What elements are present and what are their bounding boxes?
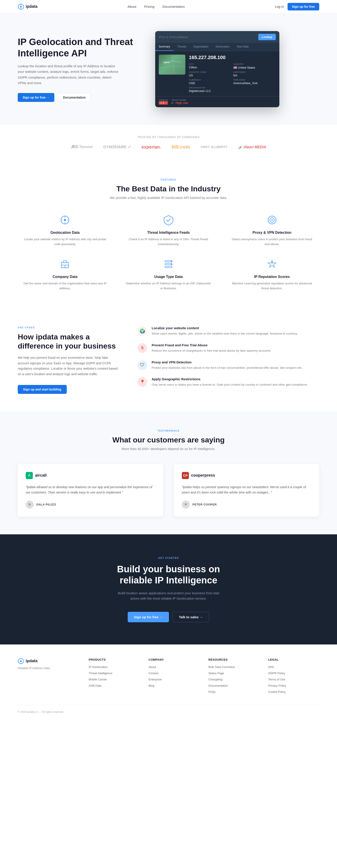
footer-link-asn[interactable]: ASN Data bbox=[89, 684, 102, 687]
cta-section: GET STARTED Build your business on relia… bbox=[0, 534, 337, 645]
api-search-input[interactable] bbox=[159, 35, 256, 39]
proxy-icon: 🛡 bbox=[137, 360, 147, 370]
list-item: Documentation bbox=[208, 684, 260, 687]
features-title: The Best Data in the Industry bbox=[18, 184, 319, 193]
footer-heading-legal: LEGAL bbox=[268, 658, 319, 661]
feature-vpn: Proxy & VPN Detection Detect anonymous u… bbox=[225, 213, 319, 246]
map-background: Clifton bbox=[159, 55, 186, 74]
hero-text: IP Geolocation and Threat Intelligence A… bbox=[18, 36, 142, 102]
footer-link-threat[interactable]: Threat Intelligence bbox=[89, 672, 112, 675]
cooper-logo-name: cooperpress bbox=[191, 473, 215, 478]
timezone-value: America/New_York bbox=[233, 82, 276, 85]
logo-first-liberty: FIRST ⚖ LIBERTY bbox=[201, 145, 228, 149]
footer-logo-icon bbox=[18, 658, 24, 664]
api-map: Clifton bbox=[159, 55, 186, 74]
signup-nav-button[interactable]: Sign up for free bbox=[288, 3, 319, 10]
footer-link-contact[interactable]: Contact bbox=[148, 672, 159, 675]
nav-right: Log in Sign up for free bbox=[275, 3, 319, 10]
footer-link-cookie[interactable]: Cookie Policy bbox=[268, 690, 286, 693]
geolocation-icon bbox=[58, 213, 72, 227]
tab-summary[interactable]: Summary bbox=[155, 43, 174, 51]
localize-desc: Show users events, flights, ads, stores … bbox=[151, 331, 298, 336]
localize-text: Localize your website content Show users… bbox=[151, 326, 298, 336]
footer-link-ip-geo[interactable]: IP Geolocation bbox=[89, 665, 107, 669]
footer-link-terms[interactable]: Terms of Use bbox=[268, 678, 285, 681]
hero-title: IP Geolocation and Threat Intelligence A… bbox=[18, 36, 142, 59]
use-cases-cta-button[interactable]: Sign up and start building bbox=[18, 385, 67, 394]
footer-links-legal: DPA GDPR Policy Terms of Use Privacy Pol… bbox=[268, 665, 319, 694]
aircall-quote: "ipdata allowed us to develop new featur… bbox=[26, 485, 155, 495]
footer-link-status[interactable]: Status Page bbox=[208, 672, 224, 675]
hero-docs-button[interactable]: Documentation bbox=[58, 93, 91, 102]
logo-text: ipdata bbox=[26, 4, 37, 9]
nav-documentation[interactable]: Documentation bbox=[162, 5, 185, 8]
list-item: Status Page bbox=[208, 671, 260, 675]
list-item: Terms of Use bbox=[268, 677, 319, 681]
localize-title: Localize your website content bbox=[151, 326, 298, 330]
footer-brand: ipdata Reliable IP Address Data bbox=[18, 658, 80, 696]
tab-raw-data[interactable]: Raw Data bbox=[233, 43, 252, 51]
footer-link-changelog[interactable]: Changelog bbox=[208, 678, 223, 681]
footer-link-privacy[interactable]: Privacy Policy bbox=[268, 684, 286, 687]
footer-link-gdpr[interactable]: GDPR Policy bbox=[268, 672, 285, 675]
list-item: Enterprise bbox=[148, 677, 200, 681]
footer-link-blog[interactable]: Blog bbox=[148, 684, 154, 687]
map-city-label: Clifton bbox=[163, 61, 170, 63]
nav-about[interactable]: About bbox=[128, 5, 136, 8]
feature-title-usage: Usage Type Data bbox=[126, 275, 211, 279]
feature-title-threat: Threat Intelligence Feeds bbox=[126, 231, 211, 235]
footer-col-company: COMPANY About Contact Enterprise Blog bbox=[148, 658, 200, 696]
features-subtitle: We provide a fast, highly available IP G… bbox=[18, 196, 319, 199]
footer-links-company: About Contact Enterprise Blog bbox=[148, 665, 200, 687]
cooper-author-avatar: P bbox=[182, 501, 190, 508]
feature-title-reputation: IP Reputation Scores bbox=[229, 275, 315, 279]
testimonials-tag: TESTIMONIALS bbox=[18, 429, 319, 432]
logo-icon bbox=[18, 4, 24, 10]
organisation-field: ORGANISATION Digitalocean LLC bbox=[189, 87, 276, 93]
list-item: FAQs bbox=[208, 690, 260, 694]
logo[interactable]: ipdata bbox=[18, 4, 37, 10]
lookup-button[interactable]: Lookup bbox=[258, 34, 276, 40]
nav-pricing[interactable]: Pricing bbox=[144, 5, 155, 8]
testimonials-grid: A aircall "ipdata allowed us to develop … bbox=[18, 464, 319, 517]
feature-desc-company: Get the name and domain of the organizat… bbox=[22, 281, 108, 290]
hero-signup-button[interactable]: Sign up for free → bbox=[18, 93, 54, 102]
cta-tag: GET STARTED bbox=[18, 557, 319, 559]
footer-bottom: © 2024 ipdata.co — All rights reserved. bbox=[18, 705, 319, 713]
logo-tencent: 腾讯 Tencent bbox=[71, 145, 93, 149]
threat-badge: ⚠ 3 bbox=[159, 101, 168, 104]
cooper-logo-icon: CP bbox=[182, 472, 189, 479]
login-button[interactable]: Log in bbox=[275, 5, 284, 8]
footer-link-dpa[interactable]: DPA bbox=[268, 665, 274, 669]
continent-field: CONTINENT NA bbox=[233, 71, 276, 77]
cta-sales-button[interactable]: Talk to sales → bbox=[172, 612, 209, 622]
list-item: Mobile Carrier bbox=[89, 677, 140, 681]
feature-desc-threat: Check if an IP Address is listed in any … bbox=[126, 237, 211, 246]
geo-text: Apply Geographic Restrictions Only serve… bbox=[151, 377, 308, 387]
tab-geolocation[interactable]: Geolocation bbox=[212, 43, 233, 51]
cta-signup-button[interactable]: Sign up for free → bbox=[128, 612, 169, 622]
footer-link-mobile[interactable]: Mobile Carrier bbox=[89, 678, 107, 681]
feature-company: Company Data Get the name and domain of … bbox=[18, 257, 112, 290]
footer-link-about[interactable]: About bbox=[148, 665, 156, 669]
svg-point-29 bbox=[20, 660, 22, 662]
cooper-author-name: PETER COOPER bbox=[193, 503, 216, 506]
navbar: ipdata About Pricing Documentation Log i… bbox=[0, 0, 337, 13]
list-item: About bbox=[148, 665, 200, 669]
footer-link-enterprise[interactable]: Enterprise bbox=[148, 678, 162, 681]
localize-icon: 🌍 bbox=[137, 326, 147, 336]
footer-links-resources: Bulk Data Correction Status Page Changel… bbox=[208, 665, 260, 694]
footer-link-faqs[interactable]: FAQs bbox=[208, 690, 216, 693]
api-search-bar: Lookup bbox=[155, 31, 279, 43]
footer-link-bulk[interactable]: Bulk Data Correction bbox=[208, 665, 235, 669]
footer-heading-products: PRODUCTS bbox=[89, 658, 140, 661]
currency-value: USD bbox=[189, 82, 232, 85]
api-fields: CITY Clifton COUNTRY 🇺🇸 United States CO… bbox=[189, 63, 276, 93]
testimonial-cooper: CP cooperpress "ipdata helps us prevent … bbox=[174, 464, 319, 517]
geo-desc: Only serve users in states you have a li… bbox=[151, 382, 308, 387]
use-cases-section: USE CASES How ipdata makes a difference … bbox=[0, 308, 337, 411]
logo-gymshark: GYMSHARK ✓ bbox=[103, 145, 131, 149]
footer-link-docs[interactable]: Documentation bbox=[208, 684, 228, 687]
tab-organisation[interactable]: Organisation bbox=[190, 43, 212, 51]
tab-threats[interactable]: Threats bbox=[174, 43, 190, 51]
